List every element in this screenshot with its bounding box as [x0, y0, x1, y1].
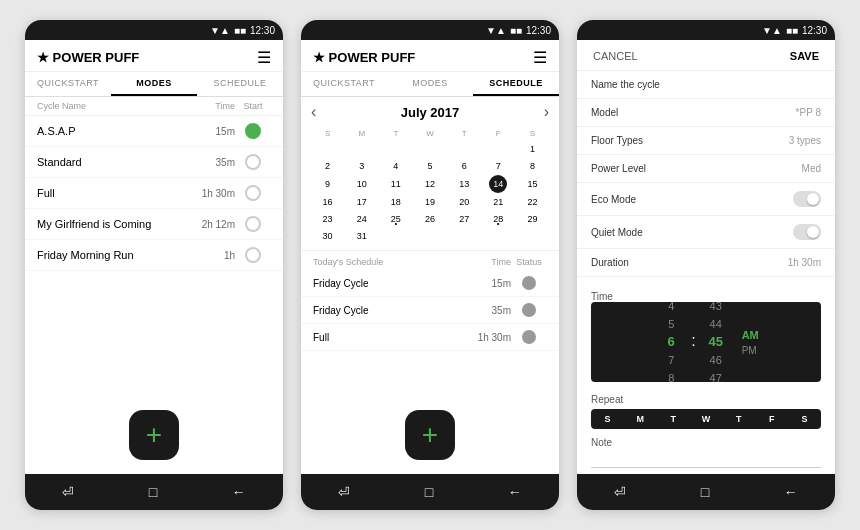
back-icon-1[interactable]: ⏎ [62, 484, 74, 500]
form-header: CANCEL SAVE [577, 40, 835, 71]
note-input[interactable] [591, 452, 821, 468]
quiet-mode-toggle[interactable] [793, 224, 821, 240]
mode-time-full: 1h 30m [197, 188, 235, 199]
cal-day-20[interactable]: 20 [448, 194, 481, 210]
cancel-button[interactable]: CANCEL [593, 50, 638, 62]
home-icon-3[interactable]: □ [701, 484, 709, 500]
cal-day-11[interactable]: 11 [379, 175, 412, 193]
repeat-day-s2[interactable]: S [788, 409, 821, 429]
mode-time-girlfriend: 2h 12m [197, 219, 235, 230]
cal-empty-10 [482, 228, 515, 244]
cal-day-18[interactable]: 18 [379, 194, 412, 210]
cal-day-15[interactable]: 15 [516, 175, 549, 193]
cal-day-24[interactable]: 24 [345, 211, 378, 227]
cal-day-19[interactable]: 19 [413, 194, 446, 210]
signal-icon: ▼▲ [210, 25, 230, 36]
am-option[interactable]: AM [742, 329, 759, 341]
cal-day-17[interactable]: 17 [345, 194, 378, 210]
cal-day-6[interactable]: 6 [448, 158, 481, 174]
mode-row-girlfriend: My Girlfriend is Coming 2h 12m [25, 209, 283, 240]
cal-day-12[interactable]: 12 [413, 175, 446, 193]
mode-start-asap[interactable] [235, 123, 271, 139]
repeat-section: Repeat S M T W T F S [577, 388, 835, 433]
cal-day-28[interactable]: 28 [482, 211, 515, 227]
cal-day-13[interactable]: 13 [448, 175, 481, 193]
mode-start-standard[interactable] [235, 154, 271, 170]
cal-day-7[interactable]: 7 [482, 158, 515, 174]
cal-header-t2: T [448, 127, 481, 140]
mode-start-friday[interactable] [235, 247, 271, 263]
mode-name-friday: Friday Morning Run [37, 249, 197, 261]
hamburger-icon-1[interactable]: ☰ [257, 48, 271, 67]
mode-start-girlfriend[interactable] [235, 216, 271, 232]
repeat-label: Repeat [591, 394, 821, 405]
cal-day-22[interactable]: 22 [516, 194, 549, 210]
cal-day-27[interactable]: 27 [448, 211, 481, 227]
mode-start-full[interactable] [235, 185, 271, 201]
arrow-icon-3[interactable]: ← [784, 484, 798, 500]
cal-day-31[interactable]: 31 [345, 228, 378, 244]
cal-header-m: M [345, 127, 378, 140]
form-value-power[interactable]: Med [802, 163, 821, 174]
modes-content: Cycle Name Time Start A.S.A.P 15m Standa… [25, 97, 283, 474]
back-icon-3[interactable]: ⏎ [614, 484, 626, 500]
col-start: Start [235, 101, 271, 111]
tab-schedule-1[interactable]: SCHEDULE [197, 72, 283, 96]
mode-row-asap: A.S.A.P 15m [25, 116, 283, 147]
form-value-floor[interactable]: 3 types [789, 135, 821, 146]
repeat-day-w[interactable]: W [690, 409, 723, 429]
tab-modes-2[interactable]: MODES [387, 72, 473, 96]
tab-modes-1[interactable]: MODES [111, 72, 197, 96]
repeat-day-t1[interactable]: T [657, 409, 690, 429]
cal-day-4[interactable]: 4 [379, 158, 412, 174]
cal-day-5[interactable]: 5 [413, 158, 446, 174]
repeat-day-m[interactable]: M [624, 409, 657, 429]
home-icon-1[interactable]: □ [149, 484, 157, 500]
cal-day-2[interactable]: 2 [311, 158, 344, 174]
form-value-duration[interactable]: 1h 30m [788, 257, 821, 268]
arrow-icon-1[interactable]: ← [232, 484, 246, 500]
cal-day-30[interactable]: 30 [311, 228, 344, 244]
cal-day-29[interactable]: 29 [516, 211, 549, 227]
phone-modes: ▼▲ ■■ 12:30 ★ POWER PUFF ☰ QUICKSTART MO… [25, 20, 283, 510]
cal-day-14[interactable]: 14 [482, 175, 515, 193]
save-button[interactable]: SAVE [790, 50, 819, 62]
arrow-icon-2[interactable]: ← [508, 484, 522, 500]
cal-day-9[interactable]: 9 [311, 175, 344, 193]
cal-day-26[interactable]: 26 [413, 211, 446, 227]
add-schedule-button[interactable]: + [405, 410, 455, 460]
next-month-button[interactable]: › [544, 103, 549, 121]
tab-quickstart-2[interactable]: QUICKSTART [301, 72, 387, 96]
back-icon-2[interactable]: ⏎ [338, 484, 350, 500]
tab-quickstart-1[interactable]: QUICKSTART [25, 72, 111, 96]
cal-day-23[interactable]: 23 [311, 211, 344, 227]
form-label-duration: Duration [591, 257, 629, 268]
home-icon-2[interactable]: □ [425, 484, 433, 500]
pm-option[interactable]: PM [742, 345, 759, 356]
col-time: Time [197, 101, 235, 111]
repeat-day-t2[interactable]: T [722, 409, 755, 429]
cal-day-10[interactable]: 10 [345, 175, 378, 193]
add-mode-button[interactable]: + [129, 410, 179, 460]
cal-day-21[interactable]: 21 [482, 194, 515, 210]
cal-empty-3 [379, 141, 412, 157]
repeat-day-f[interactable]: F [755, 409, 788, 429]
tab-bar-2: QUICKSTART MODES SCHEDULE [301, 72, 559, 97]
app-title-1: ★ POWER PUFF [37, 50, 139, 65]
prev-month-button[interactable]: ‹ [311, 103, 316, 121]
hamburger-icon-2[interactable]: ☰ [533, 48, 547, 67]
min-45: 45 [708, 334, 722, 350]
eco-mode-toggle[interactable] [793, 191, 821, 207]
modes-table-header: Cycle Name Time Start [25, 97, 283, 116]
repeat-day-s1[interactable]: S [591, 409, 624, 429]
time-picker[interactable]: 4 5 6 7 8 : 43 44 45 46 47 AM PM [591, 302, 821, 382]
min-44: 44 [710, 316, 722, 332]
cal-day-25[interactable]: 25 [379, 211, 412, 227]
cal-day-1[interactable]: 1 [516, 141, 549, 157]
phone-schedule: ▼▲ ■■ 12:30 ★ POWER PUFF ☰ QUICKSTART MO… [301, 20, 559, 510]
cal-day-3[interactable]: 3 [345, 158, 378, 174]
cal-day-8[interactable]: 8 [516, 158, 549, 174]
tab-schedule-2[interactable]: SCHEDULE [473, 72, 559, 96]
ampm-column: AM PM [742, 329, 759, 356]
cal-day-16[interactable]: 16 [311, 194, 344, 210]
